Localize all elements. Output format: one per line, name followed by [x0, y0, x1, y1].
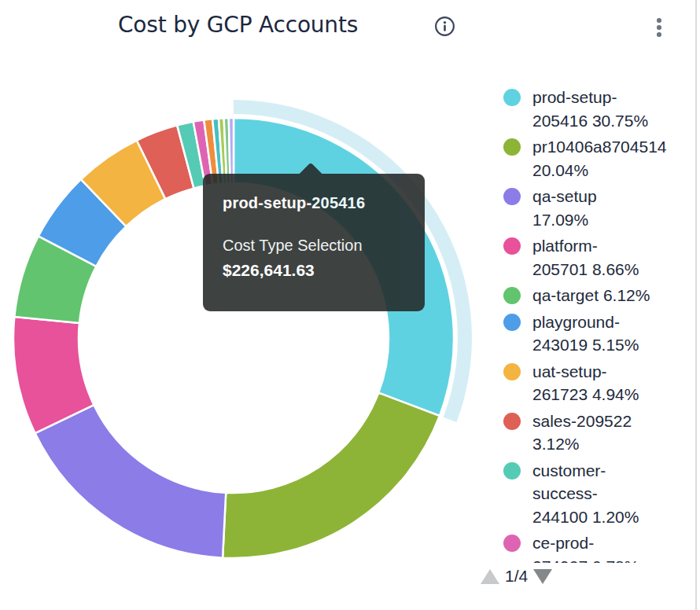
card-right-border — [695, 0, 697, 610]
legend-label: ce-prod-274907 0.78% — [532, 531, 639, 563]
legend-item-playground-243019[interactable]: playground-243019 5.15% — [503, 311, 697, 357]
tooltip-value: $226,641.63 — [223, 261, 406, 280]
legend-dot — [503, 413, 521, 430]
legend-item-platform-205701[interactable]: platform-205701 8.66% — [503, 234, 697, 281]
tooltip-label: Cost Type Selection — [223, 237, 406, 255]
legend-item-customer-success-244100[interactable]: customer-success-244100 1.20% — [503, 459, 697, 529]
legend-pagination: 1/4 — [481, 567, 552, 586]
legend-label: platform-205701 8.66% — [532, 234, 639, 281]
chart-tooltip: prod-setup-205416 Cost Type Selection $2… — [203, 174, 425, 311]
legend-item-qa-target[interactable]: qa-target 6.12% — [503, 284, 697, 307]
legend-dot — [503, 287, 521, 304]
legend-label: qa-target 6.12% — [532, 284, 650, 307]
legend-label: playground-243019 5.15% — [532, 311, 639, 357]
legend-dot — [503, 535, 521, 552]
legend-page-indicator: 1/4 — [505, 567, 528, 586]
legend-item-uat-setup-261723[interactable]: uat-setup-261723 4.94% — [503, 360, 697, 406]
legend-label: uat-setup-261723 4.94% — [532, 360, 639, 406]
donut-slice-pr10406a8704514[interactable] — [223, 393, 440, 558]
legend-item-qa-setup[interactable]: qa-setup17.09% — [503, 185, 697, 231]
legend-item-pr10406a8704514[interactable]: pr10406a870451420.04% — [503, 135, 697, 182]
cost-by-gcp-accounts-widget: Cost by GCP Accounts prod-setup-205416 C… — [0, 0, 700, 610]
legend-label: sales-2095223.12% — [532, 410, 632, 456]
legend-label: pr10406a870451420.04% — [532, 135, 667, 182]
legend-item-ce-prod-274907[interactable]: ce-prod-274907 0.78% — [503, 531, 697, 563]
legend-dot — [503, 138, 521, 156]
chart-legend: prod-setup-205416 30.75%pr10406a87045142… — [503, 86, 697, 563]
legend-page-down-button[interactable] — [533, 569, 552, 584]
legend-dot — [503, 462, 521, 480]
legend-dot — [503, 89, 521, 106]
legend-item-prod-setup-205416[interactable]: prod-setup-205416 30.75% — [503, 86, 697, 132]
donut-slice-qa-setup[interactable] — [35, 405, 227, 557]
legend-label: customer-success-244100 1.20% — [532, 459, 639, 529]
legend-dot — [503, 363, 521, 380]
legend-item-sales-209522[interactable]: sales-2095223.12% — [503, 410, 697, 456]
legend-label: qa-setup17.09% — [532, 185, 597, 231]
legend-dot — [503, 314, 521, 331]
tooltip-title: prod-setup-205416 — [223, 194, 406, 212]
legend-page-up-button[interactable] — [481, 569, 499, 584]
legend-label: prod-setup-205416 30.75% — [532, 86, 648, 132]
legend-dot — [503, 188, 521, 205]
legend-dot — [503, 237, 521, 255]
